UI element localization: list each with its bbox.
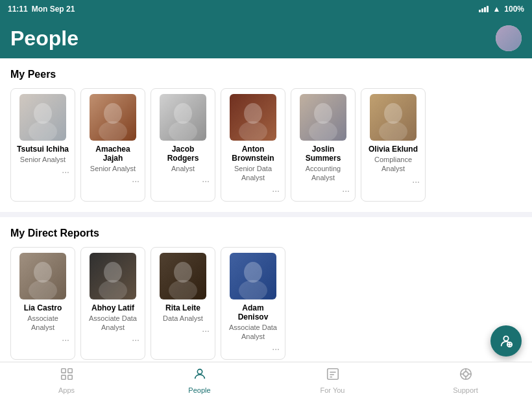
tab-for-you[interactable]: For You [266, 367, 399, 394]
svg-point-15 [99, 280, 127, 299]
tab-support[interactable]: Support [399, 367, 532, 394]
person-name: Jacob Rodgers [156, 145, 210, 163]
person-role: Compliance Analyst [367, 155, 420, 174]
person-name: Lia Castro [24, 303, 62, 312]
user-avatar-image [496, 25, 522, 51]
person-avatar [90, 94, 136, 141]
status-time-date: 11:11 Mon Sep 21 [8, 5, 75, 14]
tab-apps-label: Apps [58, 386, 75, 394]
svg-point-22 [503, 336, 508, 341]
person-card[interactable]: Jacob RodgersAnalyst··· [151, 88, 215, 202]
person-role: Associate Data Analyst [226, 323, 280, 342]
svg-point-12 [34, 262, 52, 283]
person-more-button[interactable]: ··· [226, 185, 280, 196]
svg-rect-31 [327, 368, 338, 379]
svg-rect-29 [67, 375, 71, 379]
person-name: Joslin Summers [296, 145, 350, 163]
person-name: Tsutsui Ichiha [17, 145, 69, 154]
person-more-button[interactable]: ··· [16, 334, 69, 345]
svg-point-8 [314, 103, 332, 124]
svg-rect-28 [61, 375, 65, 379]
time: 11:11 [8, 5, 28, 14]
person-role: Associate Data Analyst [86, 314, 139, 333]
svg-point-10 [384, 103, 402, 124]
page-title: People [10, 27, 79, 51]
person-avatar [230, 253, 276, 299]
svg-point-4 [174, 103, 192, 124]
svg-point-17 [169, 280, 197, 299]
person-role: Analyst [171, 164, 195, 173]
person-more-button[interactable]: ··· [296, 185, 350, 196]
people-icon [193, 367, 207, 384]
action-fab[interactable] [490, 325, 522, 357]
support-icon [459, 367, 473, 384]
person-avatar [19, 94, 66, 141]
person-role: Senior Analyst [20, 155, 66, 164]
person-name: Olivia Eklund [369, 145, 418, 154]
tab-people[interactable]: People [133, 367, 266, 394]
svg-point-3 [99, 121, 127, 141]
person-more-button[interactable]: ··· [226, 344, 280, 354]
section-title-peers: My Peers [10, 69, 522, 80]
person-name: Anton Brownstein [226, 145, 280, 163]
person-card[interactable]: Lia CastroAssociate Analyst··· [10, 247, 75, 360]
svg-point-5 [169, 121, 197, 141]
person-card[interactable]: Abhoy LatifAssociate Data Analyst··· [80, 247, 145, 360]
svg-point-6 [244, 103, 262, 124]
user-avatar[interactable] [496, 25, 522, 51]
svg-point-30 [197, 369, 202, 373]
person-card[interactable]: Adam DenisovAssociate Data Analyst··· [221, 247, 285, 360]
person-more-button[interactable]: ··· [86, 176, 139, 186]
wifi-icon: ▲ [492, 5, 500, 14]
for-you-icon [326, 367, 340, 384]
tab-for-you-label: For You [320, 386, 345, 394]
person-name: Abhoy Latif [91, 303, 134, 312]
cards-row-peers: Tsutsui IchihaSenior Analyst··· Amachea … [10, 88, 522, 202]
person-more-button[interactable]: ··· [16, 167, 69, 177]
svg-rect-27 [67, 368, 71, 372]
svg-point-11 [379, 121, 407, 141]
person-card[interactable]: Amachea JajahSenior Analyst··· [80, 88, 145, 202]
tab-bar: Apps People For You [0, 362, 532, 398]
person-avatar [160, 253, 206, 299]
person-more-button[interactable]: ··· [156, 176, 210, 186]
svg-point-2 [104, 103, 122, 124]
person-role: Accounting Analyst [296, 164, 350, 183]
person-more-button[interactable]: ··· [156, 325, 210, 336]
person-name: Rita Leite [165, 303, 200, 312]
person-avatar [160, 94, 206, 141]
svg-point-19 [239, 280, 267, 299]
section-direct-reports: My Direct Reports Lia CastroAssociate An… [0, 217, 532, 362]
svg-point-1 [29, 121, 57, 141]
person-card[interactable]: Olivia EklundCompliance Analyst··· [361, 88, 426, 202]
header: People [0, 18, 532, 58]
section-title-direct-reports: My Direct Reports [10, 228, 522, 239]
svg-point-18 [244, 262, 262, 283]
person-name: Adam Denisov [226, 303, 280, 322]
person-role: Data Analyst [163, 314, 203, 323]
signal-icon [479, 6, 489, 12]
svg-rect-26 [61, 368, 65, 372]
apps-icon [60, 367, 74, 384]
person-avatar [370, 94, 417, 141]
person-card[interactable]: Anton BrownsteinSenior Data Analyst··· [221, 88, 285, 202]
date: Mon Sep 21 [32, 5, 75, 14]
person-card[interactable]: Tsutsui IchihaSenior Analyst··· [10, 88, 75, 202]
person-card[interactable]: Rita LeiteData Analyst··· [151, 247, 215, 360]
main-content: My Peers Tsutsui IchihaSenior Analyst···… [0, 58, 532, 362]
person-card[interactable]: Joslin SummersAccounting Analyst··· [291, 88, 356, 202]
person-avatar [230, 94, 276, 141]
status-bar: 11:11 Mon Sep 21 ▲ 100% [0, 0, 532, 18]
svg-point-13 [29, 280, 57, 299]
person-role: Associate Analyst [16, 314, 69, 333]
section-peers: My Peers Tsutsui IchihaSenior Analyst···… [0, 58, 532, 212]
person-more-button[interactable]: ··· [367, 176, 420, 187]
tab-apps[interactable]: Apps [0, 367, 133, 394]
fab-icon [499, 334, 513, 348]
svg-point-0 [34, 103, 52, 124]
person-more-button[interactable]: ··· [86, 334, 139, 345]
person-name: Amachea Jajah [86, 145, 139, 163]
svg-point-9 [309, 121, 337, 141]
person-avatar [19, 253, 66, 299]
person-avatar [90, 253, 136, 299]
